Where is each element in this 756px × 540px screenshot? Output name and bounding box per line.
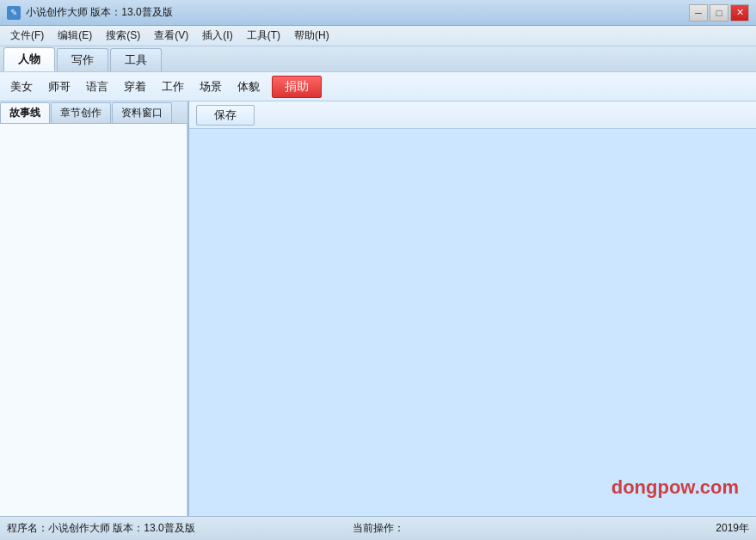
left-panel: 故事线 章节创作 资料窗口 [0, 101, 189, 516]
minimize-button[interactable]: ─ [689, 4, 708, 21]
toolbar-work[interactable]: 工作 [158, 77, 187, 96]
status-current-op: 当前操作： [255, 521, 502, 536]
close-button[interactable]: ✕ [730, 4, 749, 21]
title-controls: ─ □ ✕ [689, 4, 749, 21]
main-content: 故事线 章节创作 资料窗口 保存 dongpow.com [0, 101, 756, 516]
menu-insert[interactable]: 插入(I) [195, 27, 239, 45]
title-text: 小说创作大师 版本：13.0普及版 [26, 5, 173, 20]
toolbar-clothing[interactable]: 穿着 [120, 77, 150, 96]
watermark: dongpow.com [612, 476, 739, 499]
menu-edit[interactable]: 编辑(E) [51, 27, 99, 45]
menu-help[interactable]: 帮助(H) [287, 27, 336, 45]
left-content-area [0, 124, 187, 516]
tab-characters[interactable]: 人物 [3, 47, 55, 71]
menu-bar: 文件(F) 编辑(E) 搜索(S) 查看(V) 插入(I) 工具(T) 帮助(H… [0, 26, 756, 46]
title-bar: ✎ 小说创作大师 版本：13.0普及版 ─ □ ✕ [0, 0, 756, 26]
right-toolbar: 保存 [189, 101, 756, 129]
tab-writing[interactable]: 写作 [57, 48, 108, 71]
toolbar-appearance[interactable]: 体貌 [234, 77, 263, 96]
toolbar-language[interactable]: 语言 [83, 77, 112, 96]
toolbar-beauty[interactable]: 美女 [7, 77, 36, 96]
right-content-area: dongpow.com [189, 129, 756, 516]
status-year: 2019年 [501, 521, 749, 536]
character-toolbar: 美女 师哥 语言 穿着 工作 场景 体貌 捐助 [0, 72, 756, 101]
toolbar-scene[interactable]: 场景 [196, 77, 225, 96]
app-icon: ✎ [7, 6, 21, 20]
left-tab-chapter[interactable]: 章节创作 [51, 102, 111, 123]
donate-button[interactable]: 捐助 [272, 76, 322, 98]
left-tab-storyline[interactable]: 故事线 [0, 102, 50, 123]
menu-view[interactable]: 查看(V) [147, 27, 195, 45]
menu-file[interactable]: 文件(F) [3, 27, 51, 45]
save-button[interactable]: 保存 [196, 105, 255, 126]
toolbar-brother[interactable]: 师哥 [45, 77, 74, 96]
menu-search[interactable]: 搜索(S) [99, 27, 147, 45]
menu-tools[interactable]: 工具(T) [240, 27, 287, 45]
right-panel: 保存 dongpow.com [189, 101, 756, 516]
tab-tools[interactable]: 工具 [110, 48, 162, 71]
status-program-name: 程序名：小说创作大师 版本：13.0普及版 [7, 521, 255, 536]
left-tab-data[interactable]: 资料窗口 [112, 102, 172, 123]
title-bar-left: ✎ 小说创作大师 版本：13.0普及版 [7, 5, 173, 20]
restore-button[interactable]: □ [710, 4, 728, 21]
status-bar: 程序名：小说创作大师 版本：13.0普及版 当前操作： 2019年 [0, 516, 756, 540]
main-tab-bar: 人物 写作 工具 [0, 46, 756, 72]
left-tab-bar: 故事线 章节创作 资料窗口 [0, 101, 187, 124]
